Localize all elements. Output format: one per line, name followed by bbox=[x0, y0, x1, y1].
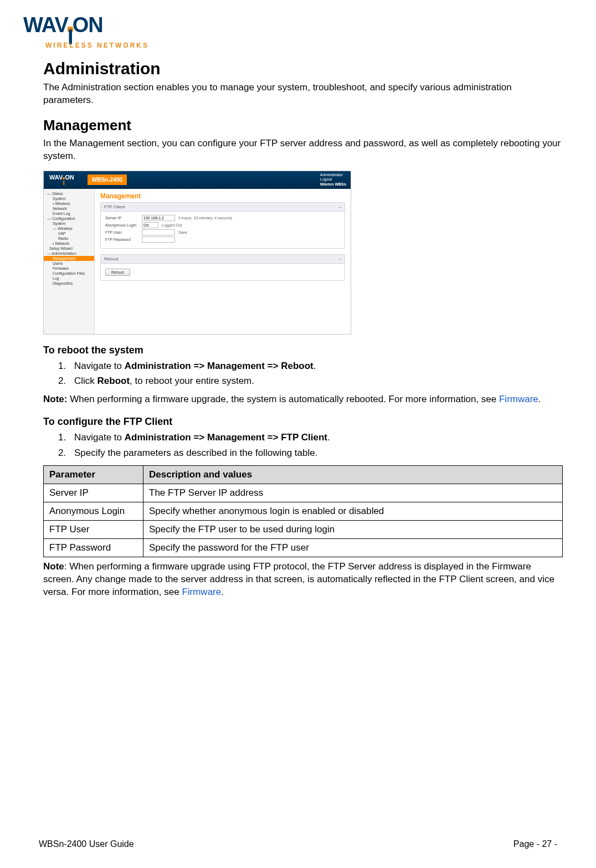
ss-nav-eventlog[interactable]: Event Log bbox=[44, 211, 94, 216]
ss-nav-vap[interactable]: VAP bbox=[44, 231, 94, 236]
ftp-parameter-table: Parameter Description and values Server … bbox=[43, 465, 563, 557]
ss-nav-radio[interactable]: Radio bbox=[44, 236, 94, 241]
ss-nav-users[interactable]: Users bbox=[44, 261, 94, 266]
footer-page-number: Page - 27 - bbox=[513, 839, 557, 849]
table-row: Server IPThe FTP Server IP address bbox=[44, 484, 563, 502]
ss-nav-system[interactable]: System bbox=[44, 196, 94, 201]
th-description: Description and values bbox=[143, 465, 563, 484]
intro-para: The Administration section enables you t… bbox=[43, 81, 563, 107]
logo-text-right: ON bbox=[73, 13, 103, 37]
ss-anon-input[interactable] bbox=[142, 222, 158, 228]
ss-nav-wireless[interactable]: • Wireless bbox=[44, 201, 94, 206]
ss-nav-network2[interactable]: • Network bbox=[44, 241, 94, 246]
th-parameter: Parameter bbox=[44, 465, 143, 484]
ss-nav-setupwizard[interactable]: Setup Wizard bbox=[44, 246, 94, 251]
ss-ftpuser-label: FTP User bbox=[105, 230, 142, 234]
firmware-link-2[interactable]: Firmware bbox=[182, 587, 221, 597]
ss-nav-cfgfiles[interactable]: Configuration Files bbox=[44, 271, 94, 276]
ss-serverip-label: Server IP bbox=[105, 216, 142, 220]
ss-reboot-panel-head: Reboot bbox=[104, 256, 119, 261]
ss-device-name: Wavion WBSn bbox=[320, 182, 346, 187]
ss-nav-system2[interactable]: System bbox=[44, 221, 94, 226]
ss-logo: WAVION bbox=[49, 174, 74, 186]
ss-nav-log[interactable]: Log bbox=[44, 276, 94, 281]
ss-ftp-panel: FTP Client – Server IP 3 hours, 10 minut… bbox=[100, 202, 345, 249]
ss-anon-status: Logged Out bbox=[162, 223, 182, 227]
ss-nav-firmware[interactable]: Firmware bbox=[44, 266, 94, 271]
ftp-step-1: Navigate to Administration => Management… bbox=[69, 431, 563, 444]
ss-reboot-panel: Reboot – Reboot bbox=[100, 254, 345, 281]
ss-ftppass-label: FTP Password bbox=[105, 238, 142, 242]
ss-serverip-input[interactable] bbox=[142, 215, 175, 221]
ss-nav-management[interactable]: Management bbox=[44, 256, 94, 261]
footer-doc-title: WBSn-2400 User Guide bbox=[39, 839, 134, 849]
reboot-title: To reboot the system bbox=[43, 345, 563, 356]
ftp-title: To configure the FTP Client bbox=[43, 416, 563, 428]
ss-reboot-button[interactable]: Reboot bbox=[105, 269, 130, 276]
ss-logout-link[interactable]: Logout bbox=[320, 177, 346, 182]
management-para: In the Management section, you can confi… bbox=[43, 137, 563, 163]
embedded-app-screenshot: WAVION WBSn-2400 Administrator Logout Wa… bbox=[43, 171, 351, 335]
ss-ftpuser-input[interactable] bbox=[142, 229, 175, 235]
ss-nav-network[interactable]: Network bbox=[44, 206, 94, 211]
ss-ftppass-input[interactable] bbox=[142, 237, 175, 243]
ss-user-role: Administrator bbox=[320, 173, 346, 177]
ss-nav-wireless2[interactable]: — Wireless bbox=[44, 226, 94, 231]
logo-tagline: WIRELESS NETWORKS bbox=[23, 42, 563, 49]
ss-sidebar: — Status System • Wireless Network Event… bbox=[44, 189, 95, 334]
reboot-step-2: Click Reboot, to reboot your entire syst… bbox=[69, 374, 563, 388]
ss-header-right: Administrator Logout Wavion WBSn bbox=[320, 173, 346, 187]
ss-nav-status[interactable]: — Status bbox=[44, 191, 94, 196]
reboot-step-1: Navigate to Administration => Management… bbox=[69, 359, 563, 373]
ftp-note: Note: When performing a firmware upgrade… bbox=[43, 561, 563, 599]
table-row: FTP PasswordSpecify the password for the… bbox=[44, 538, 563, 557]
ss-product-tab[interactable]: WBSn-2400 bbox=[88, 174, 127, 185]
ss-ftp-collapse-icon[interactable]: – bbox=[339, 204, 341, 209]
ss-serverip-hint: 3 hours, 10 minutes, 4 seconds bbox=[178, 216, 232, 220]
ss-nav-administration[interactable]: — Administration bbox=[44, 251, 94, 256]
table-row: Anonymous LoginSpecify whether anonymous… bbox=[44, 502, 563, 520]
ss-ftp-panel-head: FTP Client bbox=[104, 204, 125, 209]
ss-reboot-collapse-icon[interactable]: – bbox=[339, 256, 341, 261]
ss-anon-label: Anonymous Login bbox=[105, 223, 142, 227]
ss-ftp-save-hint[interactable]: Save bbox=[178, 230, 187, 234]
ftp-step-2: Specify the parameters as described in t… bbox=[69, 446, 563, 460]
ss-nav-diagnostics[interactable]: Diagnostics bbox=[44, 281, 94, 286]
ss-panel-title: Management bbox=[100, 192, 345, 200]
page-title: Administration bbox=[43, 59, 563, 78]
reboot-note: Note: When performing a firmware upgrade… bbox=[43, 393, 563, 406]
table-row: FTP UserSpecify the FTP user to be used … bbox=[44, 520, 563, 538]
ss-nav-configuration[interactable]: — Configuration bbox=[44, 216, 94, 221]
brand-logo: WAV I ON WIRELESS NETWORKS bbox=[23, 13, 563, 49]
logo-text-left: WAV bbox=[23, 13, 68, 37]
subsection-title: Management bbox=[43, 117, 563, 134]
firmware-link[interactable]: Firmware bbox=[499, 394, 538, 404]
